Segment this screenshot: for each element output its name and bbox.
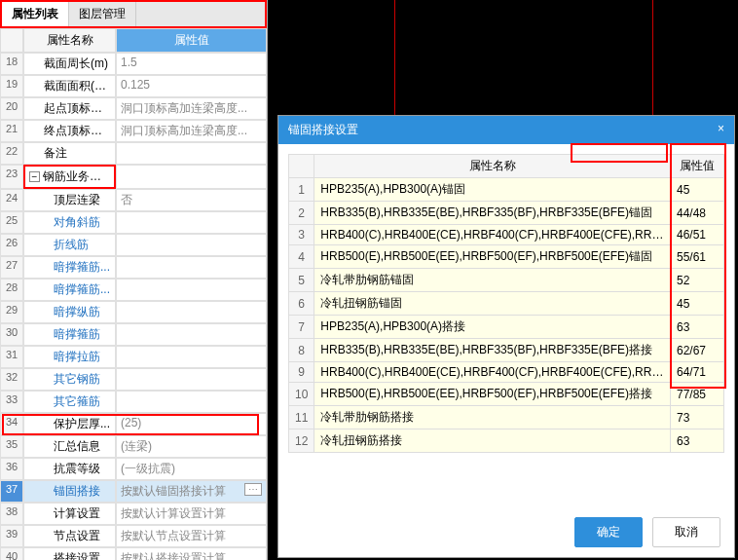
dialog-footer: 确定 取消 [574,517,720,547]
table-row[interactable]: 38计算设置按默认计算设置计算 [0,503,267,525]
cancel-button[interactable]: 取消 [652,517,720,547]
anchor-dialog: 锚固搭接设置 × 属性名称 属性值 1HPB235(A),HPB300(A)锚固… [277,115,735,558]
table-row[interactable]: 6冷轧扭钢筋锚固45 [289,292,724,316]
table-row[interactable]: 29暗撑纵筋 [0,301,267,323]
grid-header: 属性名称 属性值 [0,28,267,53]
dlg-header-name: 属性名称 [314,155,671,178]
table-row[interactable]: 22备注 [0,142,267,165]
table-row[interactable]: 24顶层连梁否 [0,189,267,211]
close-icon[interactable]: × [718,122,724,138]
table-row[interactable]: 37锚固搭接按默认锚固搭接计算⋯ [0,480,267,503]
ellipsis-button[interactable]: ⋯ [244,483,262,496]
table-row[interactable]: 27暗撑箍筋... [0,256,267,279]
header-value: 属性值 [116,28,267,53]
table-row[interactable]: 11冷轧带肋钢筋搭接73 [289,406,724,429]
table-row[interactable]: 30暗撑箍筋 [0,323,267,346]
tab-layer-manage[interactable]: 图层管理 [69,2,136,26]
table-row[interactable]: 19截面面积(m²)0.125 [0,75,267,97]
table-row[interactable]: 40搭接设置按默认搭接设置计算 [0,547,267,560]
canvas-area [268,0,738,117]
table-row[interactable]: 10HRB500(E),HRB500E(EE),HRBF500(EF),HRBF… [289,383,724,406]
table-row[interactable]: 2HRB335(B),HRB335E(BE),HRBF335(BF),HRBF3… [289,202,724,225]
table-row[interactable]: 4HRB500(E),HRB500E(EE),HRBF500(EF),HRBF5… [289,245,724,269]
dlg-header-value: 属性值 [671,155,724,178]
dialog-titlebar: 锚固搭接设置 × [278,116,734,144]
panel-tabs: 属性列表 图层管理 [0,0,267,28]
table-row[interactable]: 12冷轧扭钢筋搭接63 [289,429,724,453]
table-row[interactable]: 7HPB235(A),HPB300(A)搭接63 [289,316,724,339]
table-row[interactable]: 20起点顶标高(m)洞口顶标高加连梁高度... [0,97,267,120]
table-row[interactable]: 34保护层厚...(25) [0,413,267,435]
table-row[interactable]: 8HRB335(B),HRB335E(BE),HRBF335(BF),HRBF3… [289,339,724,362]
grid-body: 18截面周长(m)1.519截面面积(m²)0.12520起点顶标高(m)洞口顶… [0,53,267,560]
guideline [652,0,653,117]
table-row[interactable]: 25对角斜筋 [0,211,267,234]
table-row[interactable]: 3HRB400(C),HRB400E(CE),HRBF400(CF),HRBF4… [289,225,724,245]
table-row[interactable]: 26折线筋 [0,234,267,256]
guideline [394,0,395,117]
table-row[interactable]: 9HRB400(C),HRB400E(CE),HRBF400(CF),HRBF4… [289,362,724,383]
table-row[interactable]: 23−钢筋业务属性 [0,165,267,189]
header-name: 属性名称 [23,28,116,53]
expand-icon[interactable]: − [29,171,40,182]
table-row[interactable]: 1HPB235(A),HPB300(A)锚固45 [289,178,724,202]
table-row[interactable]: 35汇总信息(连梁) [0,435,267,458]
ok-button[interactable]: 确定 [574,517,643,547]
property-panel: 属性列表 图层管理 属性名称 属性值 18截面周长(m)1.519截面面积(m²… [0,0,268,560]
tab-property-list[interactable]: 属性列表 [2,2,69,26]
dialog-grid: 属性名称 属性值 1HPB235(A),HPB300(A)锚固452HRB335… [288,154,724,453]
dialog-title-text: 锚固搭接设置 [288,122,358,138]
table-row[interactable]: 21终点顶标高(m)洞口顶标高加连梁高度... [0,120,267,142]
table-row[interactable]: 28暗撑箍筋... [0,279,267,301]
table-row[interactable]: 31暗撑拉筋 [0,346,267,368]
table-row[interactable]: 39节点设置按默认节点设置计算 [0,525,267,547]
table-row[interactable]: 36抗震等级(一级抗震) [0,458,267,480]
table-row[interactable]: 18截面周长(m)1.5 [0,53,267,75]
table-row[interactable]: 5冷轧带肋钢筋锚固52 [289,269,724,292]
table-row[interactable]: 33其它箍筋 [0,391,267,413]
table-row[interactable]: 32其它钢筋 [0,368,267,391]
